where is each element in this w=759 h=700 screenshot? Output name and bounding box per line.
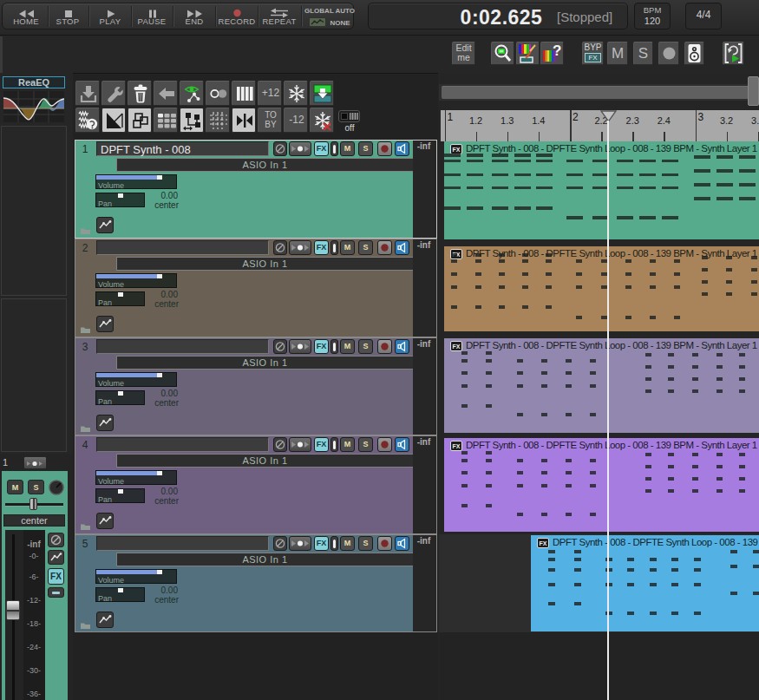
svg-text:?: ? <box>553 43 561 59</box>
